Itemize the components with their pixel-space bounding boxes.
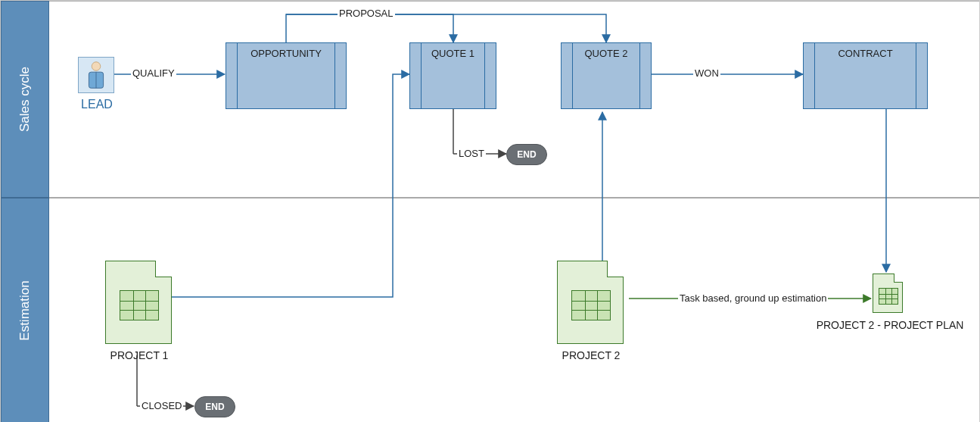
edge-won: WON [693, 67, 720, 79]
edge-closed: CLOSED [140, 400, 183, 411]
contract-box: CONTRACT [803, 42, 928, 109]
lane-header-sales-label: Sales cycle [17, 67, 33, 132]
project2-doc [557, 261, 624, 344]
opportunity-label: OPPORTUNITY [226, 48, 346, 59]
sales-estimation-diagram: Sales cycle Estimation [0, 0, 980, 422]
opportunity-box: OPPORTUNITY [226, 42, 347, 109]
lane-header-estimation: Estimation [1, 198, 49, 422]
quote2-box: QUOTE 2 [561, 42, 652, 109]
lead-icon [78, 57, 114, 93]
edge-qualify: QUALIFY [131, 67, 176, 79]
edge-proposal: PROPOSAL [338, 8, 395, 19]
project2-plan-label: PROJECT 2 - PROJECT PLAN [814, 319, 966, 331]
quote1-box: QUOTE 1 [409, 42, 496, 109]
edge-taskbased: Task based, ground up estimation [678, 292, 828, 304]
lane-body-estimation [49, 198, 979, 422]
lane-header-estimation-label: Estimation [17, 280, 33, 340]
end-lost-label: END [517, 149, 536, 160]
lead-label: LEAD [70, 98, 123, 111]
quote2-label: QUOTE 2 [562, 48, 651, 59]
svg-point-0 [92, 62, 101, 71]
project1-doc [105, 261, 172, 344]
project1-label: PROJECT 1 [98, 349, 181, 361]
project2-plan-doc [873, 274, 903, 313]
end-closed-label: END [205, 402, 224, 412]
edge-lost: LOST [457, 148, 486, 159]
quote1-label: QUOTE 1 [410, 48, 496, 59]
end-lost: END [506, 144, 547, 165]
lane-header-sales: Sales cycle [1, 1, 49, 198]
project2-label: PROJECT 2 [549, 349, 633, 361]
end-closed: END [194, 396, 235, 417]
contract-label: CONTRACT [804, 48, 927, 59]
